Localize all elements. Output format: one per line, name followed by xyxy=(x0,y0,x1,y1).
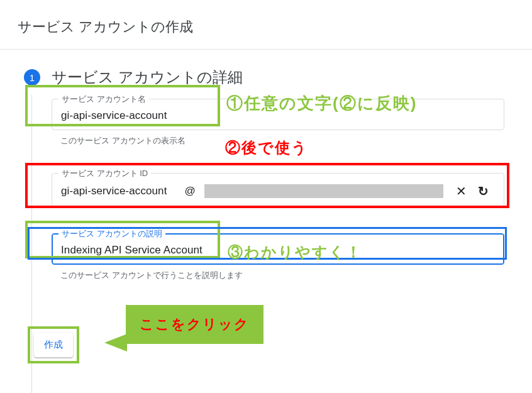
callout-tail xyxy=(104,334,127,351)
callout-box: ここをクリック xyxy=(126,305,263,344)
account-desc-label: サービス アカウントの説明 xyxy=(58,228,165,240)
at-symbol: @ xyxy=(185,185,196,197)
step-header: 1 サービス アカウントの詳細 xyxy=(24,67,514,87)
account-id-value-wrap: gi-api-service-account @ ✕ ↻ xyxy=(61,184,495,199)
account-id-domain-redacted xyxy=(204,184,443,198)
clear-icon[interactable]: ✕ xyxy=(456,184,467,199)
page-title: サービス アカウントの作成 xyxy=(0,0,532,50)
main-content: 1 サービス アカウントの詳細 サービス アカウント名 gi-api-servi… xyxy=(0,50,532,281)
account-id-icons: ✕ ↻ xyxy=(456,184,489,199)
annotation-box-button: 作成 xyxy=(28,326,79,363)
section-title: サービス アカウントの詳細 xyxy=(52,67,243,87)
annotation-text-1: ①任意の文字(②に反映) xyxy=(226,92,417,114)
step-number-badge: 1 xyxy=(24,69,40,86)
account-id-group: サービス アカウント ID gi-api-service-account @ ✕… xyxy=(52,173,504,207)
account-id-value: gi-api-service-account xyxy=(61,185,167,197)
annotation-text-2: ②後で使う xyxy=(225,138,308,158)
account-name-label: サービス アカウント名 xyxy=(58,94,149,105)
refresh-icon[interactable]: ↻ xyxy=(478,184,489,199)
account-desc-helper: このサービス アカウントで行うことを説明します xyxy=(60,270,504,281)
account-id-field[interactable]: サービス アカウント ID gi-api-service-account @ ✕… xyxy=(52,173,504,207)
account-id-label: サービス アカウント ID xyxy=(58,168,151,179)
create-button[interactable]: 作成 xyxy=(34,333,73,357)
annotation-text-3: ③わかりやすく！ xyxy=(228,242,362,262)
